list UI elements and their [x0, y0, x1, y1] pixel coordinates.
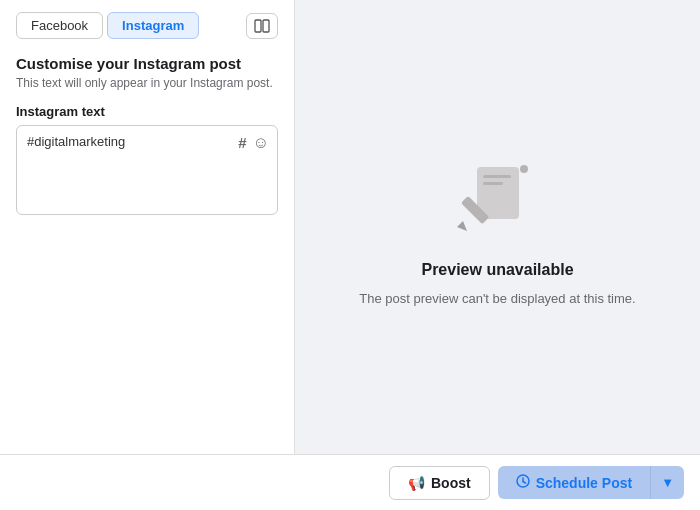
hashtag-icon[interactable]: #	[238, 134, 246, 152]
preview-subtitle: The post preview can't be displayed at t…	[359, 291, 635, 306]
schedule-label: Schedule Post	[536, 475, 632, 491]
split-view-icon	[254, 18, 270, 34]
boost-label: Boost	[431, 475, 471, 491]
split-view-button[interactable]	[246, 13, 278, 39]
footer: 📢 Boost Schedule Post ▼	[0, 454, 700, 510]
section-subtitle: This text will only appear in your Insta…	[16, 76, 278, 90]
svg-rect-0	[255, 20, 261, 32]
text-area-wrapper: # ☺	[16, 125, 278, 215]
main-container: Facebook Instagram Customise your Instag…	[0, 0, 700, 454]
section-title: Customise your Instagram post	[16, 55, 278, 72]
schedule-post-button[interactable]: Schedule Post	[498, 466, 650, 499]
boost-button[interactable]: 📢 Boost	[389, 466, 490, 500]
tab-facebook[interactable]: Facebook	[16, 12, 103, 39]
svg-rect-3	[483, 175, 511, 178]
svg-line-10	[523, 482, 526, 484]
preview-unavailable-svg	[447, 149, 547, 249]
svg-marker-6	[457, 221, 467, 231]
svg-rect-1	[263, 20, 269, 32]
svg-point-7	[520, 165, 528, 173]
preview-title: Preview unavailable	[421, 261, 573, 279]
svg-rect-4	[483, 182, 503, 185]
boost-icon: 📢	[408, 475, 425, 491]
schedule-dropdown-button[interactable]: ▼	[650, 466, 684, 499]
preview-icon	[447, 149, 547, 249]
right-panel: Preview unavailable The post preview can…	[295, 0, 700, 454]
clock-icon	[516, 474, 530, 491]
text-area-icons: # ☺	[238, 134, 269, 152]
left-panel: Facebook Instagram Customise your Instag…	[0, 0, 295, 454]
chevron-down-icon: ▼	[661, 475, 674, 490]
instagram-text-input[interactable]	[27, 134, 267, 194]
preview-unavailable-container: Preview unavailable The post preview can…	[359, 149, 635, 306]
emoji-icon[interactable]: ☺	[253, 134, 269, 152]
field-label: Instagram text	[16, 104, 278, 119]
tabs-row: Facebook Instagram	[16, 12, 278, 39]
tab-instagram[interactable]: Instagram	[107, 12, 199, 39]
schedule-group: Schedule Post ▼	[498, 466, 684, 499]
